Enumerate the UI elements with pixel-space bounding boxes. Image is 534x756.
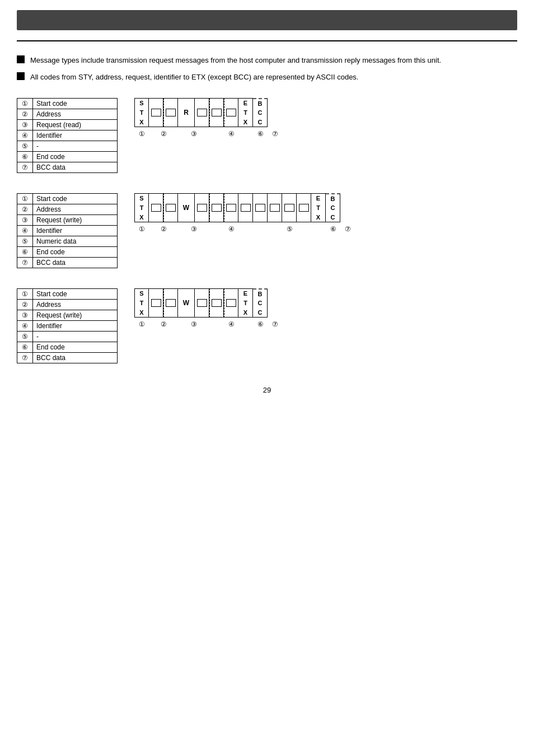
legend-row: ④ Identifier [17,226,118,236]
legend-row: ⑦ BCC data [17,258,118,268]
ident-box2 [209,98,224,127]
frame-wrapper-1: S T X R [134,98,282,138]
header-bar [17,10,517,30]
legend-row: ④ Identifier [17,130,118,141]
stx-cell-2: S T X [134,193,149,222]
addr-box2 [163,98,178,127]
num-box3 [268,193,282,222]
legend-label: BCC data [33,258,118,268]
legend-label: End code [33,247,118,258]
diagram-1: ① Start code ② Address ③ Request (read) … [17,98,517,173]
ident-box1-2 [195,193,209,222]
divider [17,40,517,41]
legend-num: ① [17,289,33,300]
num-box2 [253,193,268,222]
legend-num: ① [17,194,33,204]
legend-label: - [33,141,118,152]
bullet-icon-2 [17,72,25,80]
stx-cell-3: S T X [134,288,149,318]
ident-box1 [195,98,209,127]
legend-label: Identifier [33,321,118,332]
legend-row: ⑥ End code [17,247,118,258]
addr-box1-3 [149,288,163,318]
addr-box1 [149,98,163,127]
w-cell-3: W [178,288,195,318]
addr-box2-2 [163,193,178,222]
legend-row: ③ Request (write) [17,310,118,321]
bcc-cell-3: B C C [253,288,268,318]
legend-row: ① Start code [17,289,118,300]
legend-label: Start code [33,194,118,204]
legend-row: ④ Identifier [17,321,118,332]
legend-row: ⑤ Numeric data [17,236,118,247]
page-number: 29 [0,386,534,394]
frame-wrapper-3: S T X W [134,288,282,328]
legend-num: ⑦ [17,353,33,363]
etx-cell-2: E T X [311,193,326,222]
frame-wrapper-2: S T X W [134,193,355,233]
legend-row: ② Address [17,204,118,215]
bcc-cell-2: B C C [326,193,340,222]
legend-num: ⑦ [17,162,33,173]
legend-num: ⑤ [17,141,33,152]
legend-num: ③ [17,310,33,321]
legend-table-1: ① Start code ② Address ③ Request (read) … [17,98,118,173]
frame-cells-2: S T X W [134,193,355,222]
addr-box1-2 [149,193,163,222]
legend-label: Start code [33,99,118,109]
num-box5 [297,193,311,222]
legend-num: ③ [17,215,33,226]
legend-label: Request (read) [33,120,118,130]
legend-row: ⑦ BCC data [17,353,118,363]
bullet-item-1: Message types include transmission reque… [17,55,517,66]
ident-box1-3 [195,288,209,318]
legend-label: Request (write) [33,215,118,226]
legend-label: BCC data [33,353,118,363]
legend-num: ⑥ [17,342,33,353]
legend-num: ③ [17,120,33,130]
legend-row: ③ Request (write) [17,215,118,226]
frame-cells-3: S T X W [134,288,282,318]
ident-box3 [224,98,238,127]
legend-row: ⑦ BCC data [17,162,118,173]
legend-num: ⑤ [17,332,33,342]
diagram-2: ① Start code ② Address ③ Request (write)… [17,193,517,268]
legend-label: Address [33,204,118,215]
num-box1 [238,193,253,222]
legend-label: End code [33,152,118,162]
frame-numbers-2: ① ② ③ ④ ⑤ ⑥ ⑦ [134,225,355,233]
ident-box2-2 [209,193,224,222]
legend-label: Address [33,109,118,120]
legend-label: Identifier [33,226,118,236]
legend-table-2: ① Start code ② Address ③ Request (write)… [17,193,118,268]
legend-label: Address [33,300,118,310]
num-box4 [282,193,297,222]
legend-num: ④ [17,321,33,332]
w-cell-2: W [178,193,195,222]
legend-label: Numeric data [33,236,118,247]
legend-table-3: ① Start code ② Address ③ Request (write)… [17,288,118,363]
etx-cell: E T X [238,98,253,127]
ident-box3-3 [224,288,238,318]
bullet-icon-1 [17,55,25,63]
legend-label: End code [33,342,118,353]
bullet-item-2: All codes from STY, address, request, id… [17,72,517,83]
bcc-cell: B C C [253,98,268,127]
addr-box2-3 [163,288,178,318]
frame-numbers-1: ① ② ③ ④ ⑥ ⑦ [134,130,282,138]
legend-num: ⑥ [17,152,33,162]
etx-cell-3: E T X [238,288,253,318]
legend-label: BCC data [33,162,118,173]
legend-label: Start code [33,289,118,300]
legend-row: ⑥ End code [17,342,118,353]
ident-box3-2 [224,193,238,222]
legend-num: ② [17,300,33,310]
legend-row: ⑤ - [17,141,118,152]
legend-row: ⑥ End code [17,152,118,162]
legend-num: ④ [17,130,33,141]
r-cell: R [178,98,195,127]
diagrams-section: ① Start code ② Address ③ Request (read) … [17,98,517,363]
legend-num: ② [17,109,33,120]
legend-num: ② [17,204,33,215]
legend-label: Identifier [33,130,118,141]
